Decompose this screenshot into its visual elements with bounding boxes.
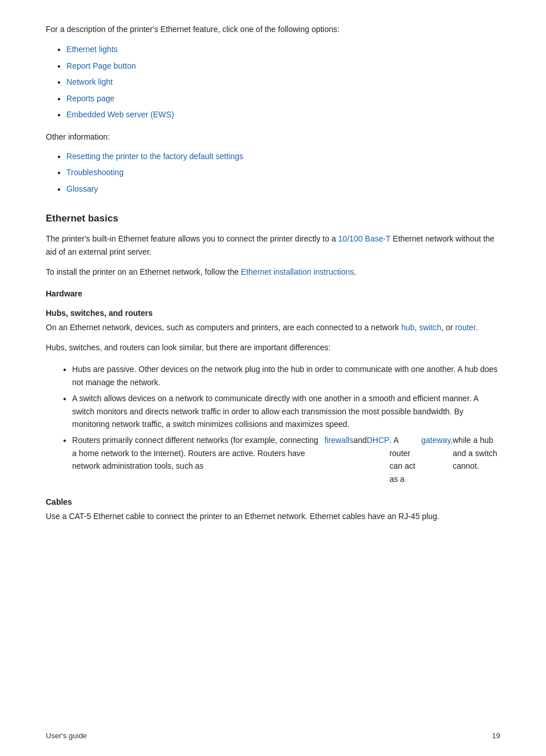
list-item: Troubleshooting — [57, 164, 500, 180]
devices-bullet-list: Hubs are passive. Other devices on the n… — [63, 361, 500, 487]
dhcp-link[interactable]: DHCP — [367, 434, 390, 446]
gateway-link[interactable]: gateway, — [421, 434, 453, 446]
list-item: Reports page — [57, 90, 500, 106]
network-light-link[interactable]: Network light — [66, 76, 113, 88]
para2-text-before: To install the printer on an Ethernet ne… — [46, 267, 241, 276]
report-page-button-link[interactable]: Report Page button — [66, 60, 136, 72]
router-link[interactable]: router — [455, 323, 476, 332]
troubleshooting-link[interactable]: Troubleshooting — [66, 166, 124, 179]
cables-heading: Cables — [46, 497, 500, 506]
hubs-bullet-text: Hubs are passive. Other devices on the n… — [72, 363, 500, 389]
ethernet-basics-para2: To install the printer on an Ethernet ne… — [46, 266, 500, 279]
hub-link[interactable]: hub — [401, 323, 414, 332]
ethernet-lights-link[interactable]: Ethernet lights — [66, 43, 118, 56]
reports-page-link[interactable]: Reports page — [66, 92, 114, 105]
primary-links-list: Ethernet lights Report Page button Netwo… — [57, 41, 500, 122]
hubs-para2: Hubs, switches, and routers can look sim… — [46, 341, 500, 354]
hubs-p1-after: . — [476, 323, 478, 332]
footer-left: User's guide — [46, 731, 87, 740]
ethernet-installation-link[interactable]: Ethernet installation instructions — [241, 267, 354, 276]
routers-text-mid: and — [353, 434, 366, 446]
hubs-p1-before: On an Ethernet network, devices, such as… — [46, 323, 401, 332]
list-item: Glossary — [57, 181, 500, 197]
resetting-printer-link[interactable]: Resetting the printer to the factory def… — [66, 150, 243, 163]
list-item: Report Page button — [57, 58, 500, 74]
cables-para: Use a CAT-5 Ethernet cable to connect th… — [46, 510, 500, 523]
switch-bullet-text: A switch allows devices on a network to … — [72, 392, 500, 430]
list-item: Routers primarily connect different netw… — [63, 432, 500, 487]
firewalls-link[interactable]: firewalls — [325, 434, 354, 446]
page-content: For a description of the printer's Ether… — [0, 0, 546, 564]
hubs-para1: On an Ethernet network, devices, such as… — [46, 321, 500, 334]
glossary-link[interactable]: Glossary — [66, 183, 98, 195]
base-t-link[interactable]: 10/100 Base-T — [338, 234, 391, 243]
para2-text-after: . — [354, 267, 357, 276]
list-item: Resetting the printer to the factory def… — [57, 148, 500, 164]
list-item: Embedded Web server (EWS) — [57, 106, 500, 122]
list-item: Ethernet lights — [57, 41, 500, 57]
intro-description: For a description of the printer's Ether… — [46, 23, 500, 35]
hardware-heading: Hardware — [46, 289, 500, 298]
page-footer: User's guide 19 — [46, 731, 500, 740]
other-links-list: Resetting the printer to the factory def… — [57, 148, 500, 197]
other-info-label: Other information: — [46, 130, 500, 143]
switch-link[interactable]: switch — [419, 323, 441, 332]
ethernet-basics-heading: Ethernet basics — [46, 213, 500, 224]
ethernet-basics-para1: The printer's built-in Ethernet feature … — [46, 232, 500, 259]
para1-text-before: The printer's built-in Ethernet feature … — [46, 234, 338, 243]
list-item: A switch allows devices on a network to … — [63, 390, 500, 432]
footer-right: 19 — [492, 731, 500, 740]
hubs-p1-comma: , — [414, 323, 419, 332]
routers-bullet-text-before: Routers primarily connect different netw… — [72, 434, 325, 472]
hubs-p1-or: , or — [441, 323, 455, 332]
routers-text-after: while a hub and a switch cannot. — [453, 434, 500, 472]
routers-text-mid2: . A router can act as a — [389, 434, 421, 485]
list-item: Network light — [57, 74, 500, 90]
ews-link[interactable]: Embedded Web server (EWS) — [66, 108, 174, 121]
hubs-heading: Hubs, switches, and routers — [46, 308, 500, 318]
list-item: Hubs are passive. Other devices on the n… — [63, 361, 500, 390]
